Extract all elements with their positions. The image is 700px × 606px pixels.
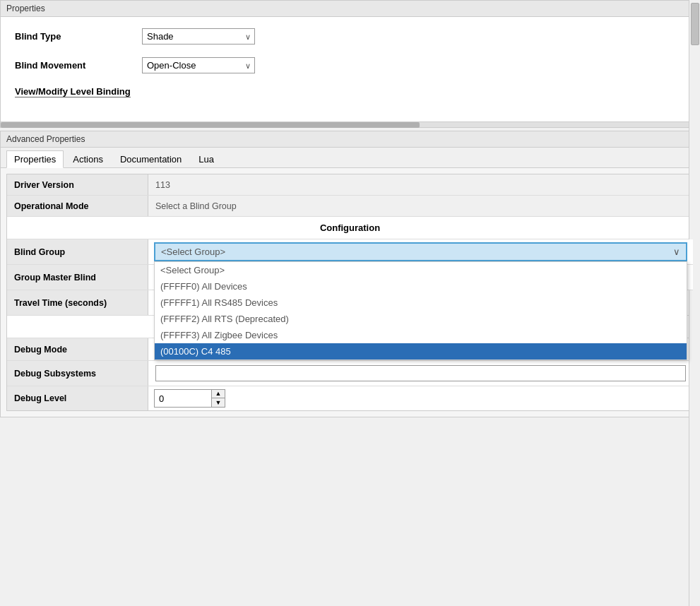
- debug-subsystems-input[interactable]: [155, 365, 686, 381]
- blind-group-dropdown-trigger[interactable]: <Select Group> ∨: [154, 242, 687, 261]
- properties-panel-content: Blind Type Shade Roller Venetian Roman B…: [1, 17, 699, 121]
- view-modify-row: View/Modify Level Binding: [15, 86, 685, 97]
- blind-movement-select[interactable]: Open-Close Up-Down Left-Right: [142, 57, 255, 73]
- debug-level-row: Debug Level ▲ ▼: [7, 386, 693, 410]
- advanced-content-box: Driver Version 113 Operational Mode Sele…: [6, 174, 694, 411]
- driver-version-row: Driver Version 113: [7, 174, 693, 196]
- blind-type-label: Blind Type: [15, 31, 142, 42]
- driver-version-value: 113: [148, 174, 693, 195]
- blind-movement-row: Blind Movement Open-Close Up-Down Left-R…: [15, 57, 685, 73]
- tabs-bar: Properties Actions Documentation Lua: [1, 148, 699, 168]
- dropdown-item-fffff0[interactable]: (FFFFF0) All Devices: [155, 278, 687, 295]
- dropdown-item-fffff1[interactable]: (FFFFF1) All RS485 Devices: [155, 295, 687, 311]
- tab-actions[interactable]: Actions: [65, 150, 111, 167]
- blind-group-dropdown-container: <Select Group> ∨ <Select Group> (FFFFF0)…: [154, 242, 687, 261]
- blind-group-value: <Select Group> ∨ <Select Group> (FFFFF0)…: [148, 239, 693, 264]
- dropdown-item-select[interactable]: <Select Group>: [155, 262, 687, 278]
- operational-mode-label: Operational Mode: [7, 196, 148, 216]
- operational-mode-value: Select a Blind Group: [148, 196, 693, 216]
- view-modify-link[interactable]: View/Modify Level Binding: [15, 86, 131, 97]
- group-master-blind-label: Group Master Blind: [7, 265, 148, 290]
- vertical-scrollbar[interactable]: [689, 0, 700, 606]
- travel-time-label: Travel Time (seconds): [7, 290, 148, 315]
- horizontal-scrollbar[interactable]: [1, 121, 699, 127]
- blind-type-row: Blind Type Shade Roller Venetian Roman: [15, 28, 685, 44]
- dropdown-item-fffff3[interactable]: (FFFFF3) All Zigbee Devices: [155, 327, 687, 343]
- blind-group-dropdown-list: <Select Group> (FFFFF0) All Devices (FFF…: [154, 261, 687, 360]
- properties-panel: Properties Blind Type Shade Roller Venet…: [0, 0, 700, 128]
- driver-version-label: Driver Version: [7, 174, 148, 195]
- dropdown-item-00100c[interactable]: (00100C) C4 485: [155, 343, 687, 360]
- dropdown-item-fffff2[interactable]: (FFFFF2) All RTS (Deprecated): [155, 311, 687, 327]
- blind-group-chevron-icon: ∨: [673, 246, 680, 257]
- debug-level-increment-button[interactable]: ▲: [212, 390, 225, 398]
- blind-group-row: Blind Group <Select Group> ∨ <Select Gro…: [7, 239, 693, 265]
- vertical-scrollbar-thumb: [691, 3, 699, 45]
- tab-lua[interactable]: Lua: [191, 150, 222, 167]
- tab-documentation[interactable]: Documentation: [112, 150, 189, 167]
- debug-level-value: ▲ ▼: [148, 386, 693, 410]
- advanced-properties-header: Advanced Properties: [1, 131, 699, 148]
- debug-level-decrement-button[interactable]: ▼: [212, 398, 225, 407]
- properties-panel-header: Properties: [1, 1, 699, 17]
- debug-mode-label: Debug Mode: [7, 338, 148, 360]
- debug-level-spinner: ▲ ▼: [154, 389, 225, 408]
- debug-subsystems-value: [148, 361, 693, 386]
- debug-subsystems-label: Debug Subsystems: [7, 361, 148, 386]
- blind-type-select[interactable]: Shade Roller Venetian Roman: [142, 28, 255, 44]
- debug-subsystems-row: Debug Subsystems: [7, 361, 693, 386]
- blind-group-selected-text: <Select Group>: [161, 246, 225, 257]
- configuration-section-header: Configuration: [7, 217, 693, 239]
- blind-movement-label: Blind Movement: [15, 60, 142, 71]
- blind-group-label: Blind Group: [7, 239, 148, 264]
- debug-level-input[interactable]: [155, 391, 211, 406]
- blind-type-select-wrapper[interactable]: Shade Roller Venetian Roman: [142, 28, 255, 44]
- tab-properties[interactable]: Properties: [6, 150, 64, 168]
- debug-level-label: Debug Level: [7, 386, 148, 410]
- horizontal-scrollbar-thumb: [1, 122, 420, 128]
- debug-level-spinner-buttons: ▲ ▼: [211, 390, 225, 407]
- blind-movement-select-wrapper[interactable]: Open-Close Up-Down Left-Right: [142, 57, 255, 73]
- advanced-properties-panel: Advanced Properties Properties Actions D…: [0, 131, 700, 417]
- operational-mode-row: Operational Mode Select a Blind Group: [7, 196, 693, 217]
